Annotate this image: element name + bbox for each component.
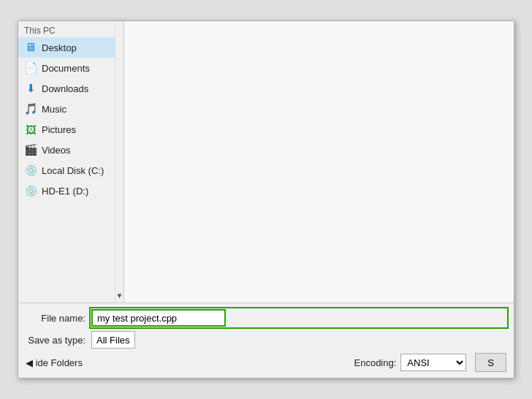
saveastype-label: Save as type: xyxy=(26,335,91,346)
saveastype-select[interactable]: All Files xyxy=(91,331,135,349)
sidebar-item-hd-e1-d[interactable]: 💿 HD-E1 (D:) xyxy=(18,180,115,201)
saveastype-wrapper: All Files xyxy=(91,331,506,349)
main-file-area xyxy=(124,21,514,303)
filename-row: File name: xyxy=(26,309,506,327)
encoding-label: Encoding: xyxy=(354,357,397,368)
sidebar-item-desktop[interactable]: 🖥 Desktop xyxy=(18,37,115,58)
sidebar-label-pictures: Pictures xyxy=(42,124,76,135)
filename-input-wrapper xyxy=(91,309,506,327)
dialog-body: This PC 🖥 Desktop 📄 Documents ⬇ Download… xyxy=(18,21,514,303)
sidebar-item-videos[interactable]: 🎬 Videos xyxy=(18,140,115,160)
sidebar-item-downloads[interactable]: ⬇ Downloads xyxy=(18,78,115,99)
sidebar-label-hd-e1-d: HD-E1 (D:) xyxy=(42,186,88,197)
filename-input[interactable] xyxy=(91,309,226,327)
save-as-dialog: This PC 🖥 Desktop 📄 Documents ⬇ Download… xyxy=(18,20,514,379)
saveastype-row: Save as type: All Files xyxy=(26,331,506,349)
downloads-icon: ⬇ xyxy=(24,82,37,95)
filename-label: File name: xyxy=(26,313,91,324)
hd-e1-d-icon: 💿 xyxy=(24,184,37,197)
sidebar-scrollbar[interactable]: ▼ xyxy=(115,21,123,303)
sidebar-item-pictures[interactable]: 🖼 Pictures xyxy=(18,119,115,140)
scroll-down-arrow[interactable]: ▼ xyxy=(116,292,123,300)
videos-icon: 🎬 xyxy=(24,143,37,156)
sidebar-section-this-pc: This PC xyxy=(18,21,115,37)
sidebar-label-local-disk-c: Local Disk (C:) xyxy=(42,165,104,176)
encoding-select[interactable]: ANSI xyxy=(400,354,466,371)
sidebar-label-videos: Videos xyxy=(42,145,71,156)
local-disk-c-icon: 💿 xyxy=(24,164,37,177)
save-button[interactable]: S xyxy=(475,353,506,372)
sidebar-label-desktop: Desktop xyxy=(42,42,77,53)
encoding-group: Encoding: ANSI S xyxy=(354,353,507,372)
sidebar-item-documents[interactable]: 📄 Documents xyxy=(18,58,115,78)
sidebar-label-downloads: Downloads xyxy=(42,83,88,94)
documents-icon: 📄 xyxy=(24,61,37,75)
hide-folders-button[interactable]: ◀ ide Folders xyxy=(26,357,83,368)
sidebar-item-music[interactable]: 🎵 Music xyxy=(18,99,115,119)
hide-folders-label: ◀ ide Folders xyxy=(26,357,83,368)
music-icon: 🎵 xyxy=(24,102,37,115)
sidebar-list: This PC 🖥 Desktop 📄 Documents ⬇ Download… xyxy=(18,21,115,303)
sidebar: This PC 🖥 Desktop 📄 Documents ⬇ Download… xyxy=(18,21,124,303)
sidebar-label-music: Music xyxy=(42,104,66,115)
sidebar-label-documents: Documents xyxy=(42,63,90,74)
actions-row: ◀ ide Folders Encoding: ANSI S xyxy=(26,353,506,372)
pictures-icon: 🖼 xyxy=(24,123,37,136)
desktop-icon: 🖥 xyxy=(24,41,37,54)
bottom-bar: File name: Save as type: All Files ◀ ide… xyxy=(18,303,514,378)
sidebar-item-local-disk-c[interactable]: 💿 Local Disk (C:) xyxy=(18,160,115,180)
